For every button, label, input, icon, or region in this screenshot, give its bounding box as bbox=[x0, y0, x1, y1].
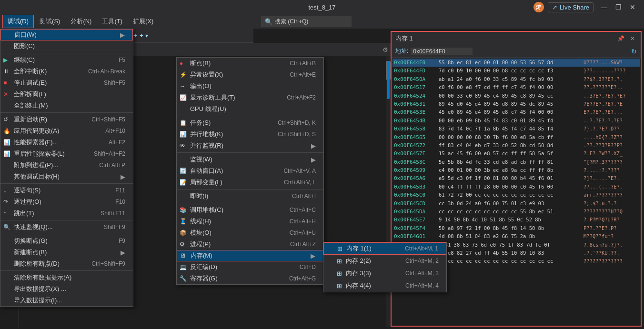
mem-chars: ^[?M?.3?????? bbox=[584, 159, 623, 166]
tab-settings-icon[interactable]: ⚙ bbox=[382, 46, 388, 53]
ws-exception-settings[interactable]: ⚡ 异常设置(X) Ctrl+Alt+E bbox=[177, 69, 323, 80]
menu-analyze[interactable]: 分析(N) bbox=[66, 15, 96, 28]
memory2-item[interactable]: ⊞ 内存 2(2) Ctrl+Alt+M, 2 bbox=[323, 255, 446, 267]
quickwatch-icon: 🔍 bbox=[3, 224, 10, 230]
mem-bytes: 5 81 38 63 73 6d e0 75 1f 83 7d fc 0f bbox=[439, 241, 582, 249]
menu-item-break-all[interactable]: ⏸ 全部中断(K) Ctrl+Alt+Break bbox=[0, 66, 133, 77]
memory2-label: 内存 2(2) bbox=[346, 257, 371, 265]
menu-item-step-over[interactable]: ↷ 逐过程(O) F10 bbox=[0, 196, 133, 208]
panel-pin[interactable]: 📌 bbox=[615, 35, 626, 42]
ws-breakpoints[interactable]: ● 断点(B) Ctrl+Alt+B bbox=[177, 58, 323, 69]
mem-addr: 0x00F6453E bbox=[394, 109, 437, 116]
memory3-item[interactable]: ⊞ 内存 3(3) Ctrl+Alt+M, 3 bbox=[323, 267, 446, 279]
memory-row: 0x00F645DA cc cc cc cc cc cc cc cc cc 55… bbox=[392, 208, 640, 216]
menu-item-continue[interactable]: ▶ 继续(C) F5 bbox=[0, 54, 133, 66]
panel-close[interactable]: ✕ bbox=[628, 35, 637, 42]
ws-memory-label: 内存(M) bbox=[191, 251, 212, 260]
menu-item-graphic[interactable]: 图形(C) bbox=[0, 40, 133, 52]
ws-tasks-label: 任务(S) bbox=[190, 119, 211, 127]
graphic-label: 图形(C) bbox=[14, 42, 35, 50]
mem-addr: 0x00F64517 bbox=[394, 84, 437, 91]
menu-item-delete-all-bp[interactable]: 删除所有断点(D) Ctrl+Shift+F9 bbox=[0, 258, 133, 269]
menu-item-detach-all[interactable]: ✕ 全部拆离(L) bbox=[0, 89, 133, 100]
detach-icon: ✕ bbox=[3, 91, 8, 98]
live-share-icon: ↗ bbox=[552, 4, 557, 11]
stop-icon: ■ bbox=[3, 80, 7, 86]
menu-item-clear-datatips[interactable]: 清除所有数据提示(A) bbox=[0, 272, 133, 283]
ws-gpu-threads[interactable]: GPU 线程(U) bbox=[177, 103, 323, 115]
stop-label: 停止调试(E) bbox=[14, 79, 47, 87]
mem-bytes: 45 e0 89 45 e4 89 45 e8 c7 45 f4 00 00 bbox=[439, 109, 582, 116]
tasks-icon: 📋 bbox=[180, 120, 187, 126]
ws-watch[interactable]: 监视(W) ▶ bbox=[177, 154, 323, 165]
mem-chars: ?.8csm?u.?}?. bbox=[584, 241, 623, 249]
ws-call-stack[interactable]: 📚 调用堆栈(C) Ctrl+Alt+C bbox=[177, 204, 323, 216]
memory1-item[interactable]: ⊞ 内存 1(1) Ctrl+Alt+M, 1 bbox=[323, 242, 446, 255]
ws-memory[interactable]: 🖥 内存(M) ▶ bbox=[177, 250, 323, 261]
menu-item-new-bp[interactable]: 新建断点(B) ▶ bbox=[0, 247, 133, 258]
menu-item-attach[interactable]: 附加到进程(P)... Ctrl+Alt+P bbox=[0, 160, 133, 171]
memory-icon: 🖥 bbox=[180, 252, 186, 259]
ws-output-label: 输出(O) bbox=[190, 82, 211, 90]
menu-item-step-into[interactable]: ↓ 逐语句(S) F11 bbox=[0, 185, 133, 196]
disasm-icon: 💻 bbox=[180, 264, 187, 270]
mem-bytes: 61 72 72 00 cc cc cc cc cc cc cc cc cc bbox=[439, 191, 582, 199]
menu-tools[interactable]: 工具(T) bbox=[97, 15, 127, 28]
ws-registers[interactable]: 🔧 寄存器(G) Ctrl+Alt+G bbox=[177, 273, 323, 284]
live-share-button[interactable]: ↗ Live Share bbox=[548, 2, 594, 12]
memory-row: 0x00F6458C 5e 5b 8b 4d fc 33 cd e8 ad cb… bbox=[392, 158, 640, 166]
mem-chars: ?]?.....?E?. bbox=[584, 175, 620, 182]
ws-locals[interactable]: 📝 局部变量(L) Ctrl+Alt+V, L bbox=[177, 177, 323, 188]
menu-item-perf-explorer[interactable]: 📊 性能探索器(F)... Alt+F2 bbox=[0, 137, 133, 148]
menu-item-window[interactable]: 窗口(W) ▶ bbox=[0, 29, 133, 40]
menu-item-restart[interactable]: ↺ 重新启动(R) Ctrl+Shift+F5 bbox=[0, 114, 133, 125]
memory3-icon: ⊞ bbox=[337, 270, 342, 277]
memory2-icon: ⊞ bbox=[337, 258, 342, 265]
memory4-item[interactable]: ⊞ 内存 4(4) Ctrl+Alt+M, 4 bbox=[323, 279, 446, 292]
menu-item-apply-changes[interactable]: 🔥 应用代码更改(A) Alt+F10 bbox=[0, 125, 133, 137]
ws-modules[interactable]: 📦 模块(O) Ctrl+Alt+U bbox=[177, 227, 323, 239]
search-icon: 🔍 bbox=[265, 18, 272, 25]
menu-item-step-out[interactable]: ↑ 跳出(T) Shift+F11 bbox=[0, 208, 133, 219]
mem-chars: arr.????????? bbox=[584, 191, 623, 199]
ws-parallel-watch[interactable]: 👁 并行监视(R) ▶ bbox=[177, 140, 323, 151]
ws-output[interactable]: → 输出(O) bbox=[177, 80, 323, 92]
menu-item-other-targets[interactable]: 其他调试目标(H) ▶ bbox=[0, 171, 133, 182]
menu-item-quickwatch[interactable]: 🔍 快速监视(Q)... Shift+F9 bbox=[0, 221, 133, 233]
ws-diag-tools[interactable]: 📈 显示诊断工具(T) Ctrl+Alt+F2 bbox=[177, 92, 323, 103]
menu-debug[interactable]: 调试(D) bbox=[2, 15, 34, 28]
menu-item-import-datatips[interactable]: 导入数据提示(I)... bbox=[0, 295, 133, 306]
ws-immediate[interactable]: 即时(I) Ctrl+Alt+I bbox=[177, 190, 323, 202]
ws-breakpoints-label: 断点(B) bbox=[190, 59, 211, 68]
menu-item-toggle-bp[interactable]: 切换断点(G) F9 bbox=[0, 235, 133, 247]
minimize-button[interactable]: — bbox=[597, 0, 611, 14]
ws-exception-label: 异常设置(X) bbox=[190, 70, 223, 79]
restore-button[interactable]: ❐ bbox=[612, 0, 625, 14]
step-out-icon: ↑ bbox=[3, 210, 6, 217]
restart-label: 重新启动(R) bbox=[14, 115, 47, 124]
menu-item-restart-perf[interactable]: 📊 重启性能探索器(L) Shift+Alt+F2 bbox=[0, 148, 133, 160]
memory-row: 0x00F64601 4d 08 8b 51 04 83 e2 66 75 2a… bbox=[392, 232, 640, 240]
mem-addr: 0x00F64565 bbox=[394, 134, 437, 141]
ws-parallel-stacks[interactable]: 📊 并行堆栈(K) Ctrl+Shift+D, S bbox=[177, 129, 323, 140]
ws-threads-label: 线程(H) bbox=[190, 217, 211, 226]
menu-extend[interactable]: 扩展(X) bbox=[128, 15, 158, 28]
refresh-button[interactable]: ↻ bbox=[631, 48, 637, 55]
address-input[interactable] bbox=[411, 48, 473, 55]
close-button[interactable]: ✕ bbox=[626, 0, 639, 14]
mem-addr: 0x00F64524 bbox=[394, 92, 437, 100]
mem-addr: 0x00F64601 bbox=[394, 233, 437, 240]
menu-item-stop[interactable]: ■ 停止调试(E) Shift+F5 bbox=[0, 77, 133, 89]
menu-test[interactable]: 测试(S) bbox=[35, 15, 65, 28]
ws-disassembly[interactable]: 💻 反汇编(D) Ctrl+D bbox=[177, 261, 323, 273]
restart-icon: ↺ bbox=[3, 116, 8, 123]
menu-item-export-datatips[interactable]: 导出数据提示(X) ... bbox=[0, 283, 133, 295]
ws-threads[interactable]: 🧵 线程(H) Ctrl+Alt+H bbox=[177, 216, 323, 227]
menu-item-terminate-all[interactable]: 全部终止(M) bbox=[0, 100, 133, 111]
ws-auto-window[interactable]: 🔄 自动窗口(A) Ctrl+Alt+V, A bbox=[177, 165, 323, 177]
ws-processes[interactable]: ⚙ 进程(P) Ctrl+Alt+Z bbox=[177, 239, 323, 250]
import-datatips-label: 导入数据提示(I)... bbox=[14, 296, 62, 305]
mem-addr: 0x00F6457F bbox=[394, 150, 437, 157]
ws-tasks[interactable]: 📋 任务(S) Ctrl+Shift+D, K bbox=[177, 117, 323, 129]
perf-icon: 📊 bbox=[3, 139, 10, 146]
